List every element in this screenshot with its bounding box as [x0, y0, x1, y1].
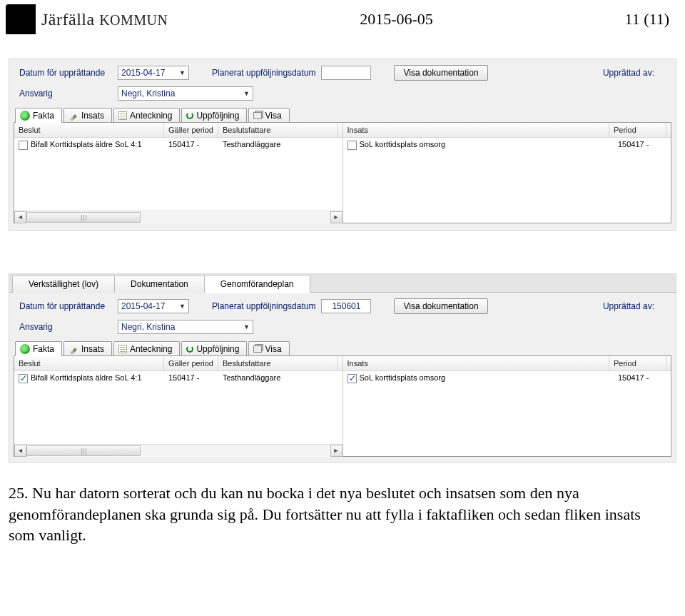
- logo-main: Järfälla: [41, 10, 95, 29]
- label-planerat: Planerat uppföljningsdatum: [212, 68, 315, 78]
- logo-suffix: KOMMUN: [99, 12, 168, 28]
- tab-label: Uppföljning: [196, 344, 239, 354]
- table-row[interactable]: Bifall Korttidsplats äldre SoL 4:1 15041…: [14, 138, 342, 152]
- checkbox[interactable]: [19, 374, 28, 383]
- cell-beslut: Bifall Korttidsplats äldre SoL 4:1: [31, 140, 142, 148]
- col-headers-left: Beslut Gäller period Beslutsfattare: [14, 356, 342, 371]
- step-number: 25.: [9, 484, 29, 502]
- col-period[interactable]: Period: [609, 356, 666, 370]
- col-insats[interactable]: Insats: [343, 356, 610, 370]
- top-tab-genomforandeplan[interactable]: Genomförandeplan: [205, 275, 310, 293]
- col-galler[interactable]: Gäller period: [164, 123, 218, 137]
- pencil-icon: [70, 348, 77, 355]
- scroll-track[interactable]: [26, 445, 330, 457]
- scroll-thumb[interactable]: [26, 445, 141, 456]
- tab-visa[interactable]: Visa: [248, 108, 289, 123]
- tab-fakta[interactable]: Fakta: [15, 108, 62, 123]
- checkbox[interactable]: [19, 141, 28, 150]
- step-text: Nu har datorn sorterat och du kan nu boc…: [9, 484, 641, 544]
- tab-label: Visa: [265, 344, 281, 354]
- cell-bfattare: Testhandläggare: [218, 140, 342, 150]
- tab-fakta[interactable]: Fakta: [15, 341, 62, 356]
- scroll-thumb[interactable]: [26, 212, 141, 223]
- tab-label: Anteckning: [130, 344, 172, 354]
- uppfoljning-input[interactable]: 150601: [321, 299, 371, 313]
- tab-label: Insats: [81, 111, 104, 121]
- cell-insats: SoL korttidsplats omsorg: [360, 140, 446, 148]
- col-galler[interactable]: Gäller period: [164, 356, 218, 370]
- scroll-left-button[interactable]: ◄: [14, 211, 26, 223]
- col-headers-right: Insats Period: [343, 356, 671, 371]
- header-page-number: 11 (11): [624, 10, 676, 29]
- chevron-down-icon: ▼: [179, 69, 186, 76]
- label-planerat: Planerat uppföljningsdatum: [212, 301, 315, 311]
- scroll-right-button[interactable]: ►: [330, 445, 342, 457]
- chevron-down-icon: ▼: [243, 90, 250, 97]
- ansvarig-combo[interactable]: Negri, Kristina ▼: [118, 320, 253, 334]
- logo: Järfälla KOMMUN: [6, 4, 168, 34]
- page-header: Järfälla KOMMUN 2015-06-05 11 (11): [0, 0, 685, 37]
- chevron-down-icon: ▼: [179, 303, 186, 310]
- col-beslutsfattare[interactable]: Beslutsfattare: [218, 356, 338, 370]
- visa-dokumentation-button[interactable]: Visa dokumentation: [394, 65, 487, 81]
- top-tabs: Verkställighet (lov) Dokumentation Genom…: [9, 274, 676, 293]
- col-beslutsfattare[interactable]: Beslutsfattare: [218, 123, 338, 137]
- table-row[interactable]: SoL korttidsplats omsorg 150417 -: [343, 371, 671, 385]
- tab-anteckning[interactable]: Anteckning: [113, 108, 180, 123]
- note-icon: [118, 345, 127, 353]
- table-row[interactable]: SoL korttidsplats omsorg 150417 -: [343, 138, 671, 152]
- col-insats[interactable]: Insats: [343, 123, 610, 137]
- refresh-icon: [186, 112, 193, 119]
- scrollbar-horizontal[interactable]: ◄ ►: [14, 211, 342, 223]
- form-row-2: Ansvarig Negri, Kristina ▼: [11, 315, 674, 335]
- ansvarig-combo[interactable]: Negri, Kristina ▼: [118, 86, 253, 101]
- form-row-2: Ansvarig Negri, Kristina ▼: [11, 82, 674, 102]
- checkbox[interactable]: [347, 141, 357, 150]
- label-ansvarig: Ansvarig: [19, 322, 112, 332]
- top-tab-verkstallighet[interactable]: Verkställighet (lov): [12, 275, 115, 293]
- date-combo[interactable]: 2015-04-17 ▼: [118, 66, 189, 80]
- tab-uppfoljning[interactable]: Uppföljning: [181, 341, 247, 356]
- cell-period: 150417 -: [614, 140, 671, 150]
- scroll-right-button[interactable]: ►: [330, 211, 342, 223]
- chevron-down-icon: ▼: [243, 323, 250, 330]
- globe-icon: [20, 111, 30, 121]
- tab-content: Beslut Gäller period Beslutsfattare Bifa…: [14, 122, 671, 223]
- cell-beslut: Bifall Korttidsplats äldre SoL 4:1: [31, 373, 142, 382]
- tab-insats[interactable]: Insats: [64, 341, 112, 356]
- tab-visa[interactable]: Visa: [248, 341, 289, 356]
- tab-label: Uppföljning: [196, 111, 239, 121]
- cell-galler: 150417 -: [164, 373, 218, 383]
- col-period[interactable]: Period: [609, 123, 666, 137]
- tab-uppfoljning[interactable]: Uppföljning: [181, 108, 247, 123]
- pencil-icon: [70, 114, 77, 121]
- tab-label: Fakta: [33, 111, 54, 121]
- panel-genomforandeplan-1: Datum för upprättande 2015-04-17 ▼ Plane…: [9, 59, 676, 231]
- checkbox[interactable]: [347, 374, 357, 383]
- stack-icon: [253, 345, 262, 353]
- tab-insats[interactable]: Insats: [64, 108, 112, 123]
- cell-bfattare: Testhandläggare: [218, 373, 342, 383]
- tab-label: Fakta: [33, 344, 54, 354]
- col-beslut[interactable]: Beslut: [14, 123, 164, 137]
- logo-icon: [6, 4, 36, 34]
- label-upprattad: Upprättad av:: [603, 301, 654, 311]
- col-headers-right: Insats Period: [343, 123, 671, 138]
- scroll-left-button[interactable]: ◄: [14, 445, 26, 457]
- sub-tabs: Fakta Insats Anteckning Uppföljning Visa: [14, 108, 674, 123]
- scroll-track[interactable]: [26, 211, 330, 223]
- label-datum: Datum för upprättande: [19, 68, 112, 78]
- date-combo[interactable]: 2015-04-17 ▼: [118, 299, 189, 313]
- tab-anteckning[interactable]: Anteckning: [113, 341, 180, 356]
- uppfoljning-input[interactable]: [321, 66, 371, 80]
- top-tab-dokumentation[interactable]: Dokumentation: [115, 275, 205, 293]
- form-row-1: Datum för upprättande 2015-04-17 ▼ Plane…: [11, 294, 674, 315]
- table-row[interactable]: Bifall Korttidsplats äldre SoL 4:1 15041…: [14, 371, 342, 385]
- date-value: 2015-04-17: [121, 301, 165, 311]
- label-ansvarig: Ansvarig: [19, 89, 112, 99]
- visa-dokumentation-button[interactable]: Visa dokumentation: [394, 298, 487, 314]
- scrollbar-horizontal[interactable]: ◄ ►: [14, 444, 342, 456]
- col-beslut[interactable]: Beslut: [14, 356, 164, 370]
- tab-label: Visa: [265, 111, 281, 121]
- sub-tabs: Fakta Insats Anteckning Uppföljning Visa: [14, 341, 674, 356]
